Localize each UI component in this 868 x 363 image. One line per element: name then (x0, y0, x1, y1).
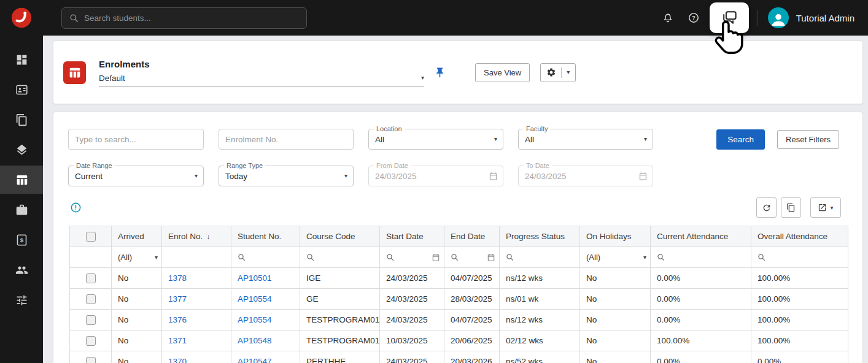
sidebar-item-settings[interactable] (0, 286, 43, 314)
search-icon (238, 253, 246, 261)
sort-desc-icon: ↓ (206, 232, 210, 241)
user-avatar[interactable] (768, 7, 789, 28)
filter-current-attendance[interactable] (651, 247, 751, 268)
row-checkbox[interactable] (86, 273, 96, 283)
row-checkbox[interactable] (86, 336, 96, 346)
enrol-no-link[interactable]: 1376 (168, 315, 187, 324)
student-no-link[interactable]: AP10548 (238, 336, 272, 345)
row-checkbox[interactable] (86, 357, 96, 363)
table-row: No 1378 AP10501 IGE 24/03/2025 04/07/202… (70, 268, 848, 289)
global-search[interactable] (61, 7, 307, 29)
column-header-overall-attendance[interactable]: Overall Attendance (751, 226, 848, 247)
contact-card-icon (15, 83, 28, 96)
filter-course-code[interactable] (300, 247, 380, 268)
student-no-link[interactable]: AP10554 (238, 294, 272, 304)
global-search-input[interactable] (84, 13, 299, 23)
column-header-current-attendance[interactable]: Current Attendance (651, 226, 751, 247)
svg-text:?: ? (692, 15, 695, 21)
view-select[interactable]: Default ▾ (99, 74, 424, 86)
topbar: ? Tutorial Admin (43, 0, 868, 36)
sidebar-item-enrolments[interactable] (0, 166, 43, 194)
location-label: Location (374, 125, 405, 133)
sidebar-item-courses[interactable] (0, 136, 43, 164)
location-select[interactable]: Location All ▾ (368, 129, 503, 150)
enrol-no-link[interactable]: 1377 (168, 294, 187, 304)
filter-end-date[interactable] (444, 247, 500, 268)
main-content: Enrolments Default ▾ Save View ▾ (43, 36, 868, 363)
gear-icon (546, 67, 556, 77)
sidebar-item-contacts[interactable] (0, 75, 43, 104)
filter-arrived[interactable]: (All)▾ (112, 247, 162, 268)
filter-on-holidays[interactable]: (All)▾ (580, 247, 651, 268)
faculty-select[interactable]: Faculty All ▾ (518, 129, 653, 150)
filter-progress-status[interactable] (500, 247, 580, 268)
calendar-icon[interactable] (487, 253, 495, 262)
copy-icon (786, 203, 796, 212)
from-date-label: From Date (374, 162, 411, 170)
pin-view-button[interactable] (434, 67, 446, 78)
reset-filters-button[interactable]: Reset Filters (777, 130, 839, 149)
row-checkbox[interactable] (86, 294, 96, 304)
chevron-down-icon: ▾ (155, 254, 158, 261)
filter-start-date[interactable] (380, 247, 444, 268)
button-divider (561, 67, 562, 78)
chat-button[interactable] (710, 2, 749, 33)
column-header-course-code[interactable]: Course Code (300, 226, 380, 247)
sliders-icon (15, 294, 28, 307)
view-select-value: Default (99, 74, 125, 83)
svg-text:$: $ (20, 237, 23, 243)
grid-toolbar: ▾ (70, 197, 841, 218)
enrolment-no-input[interactable] (219, 129, 354, 150)
sidebar-item-dashboard[interactable] (0, 45, 43, 74)
from-date-field[interactable]: From Date 24/03/2025 (368, 166, 503, 186)
column-header-arrived[interactable]: Arrived (112, 226, 162, 247)
filter-enrol-no[interactable] (162, 247, 231, 268)
chat-icon (721, 10, 738, 26)
calendar-icon[interactable] (432, 253, 440, 262)
student-no-link[interactable]: AP10547 (238, 357, 272, 363)
enrol-no-link[interactable]: 1378 (168, 273, 187, 283)
enrol-no-link[interactable]: 1371 (168, 336, 187, 345)
student-no-link[interactable]: AP10501 (238, 273, 272, 283)
info-button[interactable] (70, 202, 82, 213)
brand-logo[interactable] (0, 0, 43, 36)
date-range-select[interactable]: Date Range Current ▾ (68, 166, 204, 186)
sidebar-item-finance[interactable]: $ (0, 226, 43, 254)
search-icon (506, 253, 514, 261)
student-no-link[interactable]: AP10554 (238, 315, 272, 324)
chevron-down-icon: ▾ (494, 136, 497, 142)
column-header-student-no[interactable]: Student No. (231, 226, 300, 247)
column-header-end-date[interactable]: End Date (444, 226, 500, 247)
range-type-value: Today (225, 172, 247, 181)
sidebar-item-groups[interactable] (0, 256, 43, 284)
search-button[interactable]: Search (716, 129, 765, 150)
keyword-search-input[interactable] (68, 129, 204, 150)
view-settings-button[interactable]: ▾ (540, 63, 576, 82)
filter-overall-attendance[interactable] (751, 247, 848, 268)
notifications-button[interactable] (662, 12, 674, 24)
column-header-enrol-no[interactable]: Enrol No.↓ (162, 226, 231, 247)
sidebar-item-documents[interactable] (0, 105, 43, 134)
save-view-button[interactable]: Save View (475, 63, 530, 82)
select-all-checkbox[interactable] (86, 232, 96, 242)
pin-icon (434, 67, 446, 78)
filter-actions: Search Reset Filters (716, 129, 839, 150)
refresh-button[interactable] (756, 197, 777, 218)
range-type-select[interactable]: Range Type Today ▾ (219, 166, 354, 186)
sidebar-item-hr[interactable] (0, 196, 43, 224)
user-name[interactable]: Tutorial Admin (796, 13, 854, 23)
row-checkbox[interactable] (86, 315, 96, 325)
filter-card: Location All ▾ Faculty All ▾ Search Rese… (53, 112, 863, 363)
date-range-value: Current (75, 172, 103, 181)
column-header-start-date[interactable]: Start Date (380, 226, 444, 247)
column-header-on-holidays[interactable]: On Holidays (580, 226, 651, 247)
to-date-field[interactable]: To Date 24/03/2025 (518, 166, 653, 186)
filter-student-no[interactable] (231, 247, 300, 268)
copy-button[interactable] (781, 197, 801, 218)
topbar-right: ? Tutorial Admin (662, 2, 868, 33)
dashboard-icon (15, 53, 28, 66)
column-header-progress-status[interactable]: Progress Status (500, 226, 580, 247)
export-button[interactable]: ▾ (810, 197, 841, 218)
help-button[interactable]: ? (688, 12, 700, 24)
enrol-no-link[interactable]: 1370 (168, 357, 187, 363)
